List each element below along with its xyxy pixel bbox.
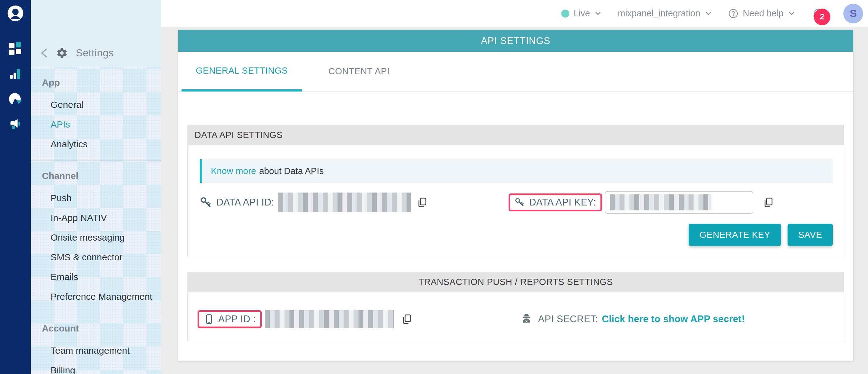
sidebar-item-general[interactable]: General [31, 95, 161, 114]
sidebar-item-push[interactable]: Push [31, 188, 161, 208]
sidebar-header: Settings [31, 0, 161, 67]
know-more-banner: Know more about Data APIs [200, 159, 833, 183]
chevron-down-icon [788, 10, 795, 17]
brand-logo-icon[interactable] [6, 4, 24, 22]
save-button[interactable]: SAVE [787, 224, 833, 246]
app-root: Settings App General APIs Analytics Chan… [0, 0, 868, 374]
content-column: Live mixpanel_integration Need help [161, 0, 868, 374]
sidebar-item-analytics[interactable]: Analytics [31, 134, 161, 154]
generate-key-button[interactable]: GENERATE KEY [689, 224, 781, 246]
sidebar-item-preference-management[interactable]: Preference Management [31, 287, 161, 307]
annotation-box-data-api-key: DATA API KEY: [508, 194, 602, 211]
left-rail [0, 0, 31, 374]
sidebar-item-apis[interactable]: APIs [31, 114, 161, 134]
data-api-row: DATA API ID: [200, 191, 833, 214]
data-api-key-label: DATA API KEY: [529, 197, 596, 208]
sidebar-item-onsite-messaging[interactable]: Onsite messaging [31, 228, 161, 247]
transaction-row: APP ID : [197, 310, 833, 328]
key-icon [515, 197, 525, 208]
environment-label: Live [574, 8, 590, 19]
data-api-settings-section: DATA API SETTINGS Know more about Data A… [187, 125, 844, 257]
gear-icon [56, 47, 68, 59]
pie-chart-icon[interactable] [8, 92, 23, 106]
api-secret-label: API SECRET: [538, 314, 598, 325]
megaphone-icon[interactable] [8, 117, 23, 131]
sidebar-section-app: App General APIs Analytics [31, 67, 161, 160]
transaction-settings-section: TRANSACTION PUSH / REPORTS SETTINGS APP … [187, 272, 844, 342]
sidebar-item-inapp-nativ[interactable]: In-App NATIV [31, 208, 161, 228]
topbar: Live mixpanel_integration Need help [161, 0, 868, 27]
project-selector[interactable]: mixpanel_integration [618, 8, 712, 19]
page-title: API SETTINGS [178, 30, 853, 52]
tab-content-api[interactable]: CONTENT API [314, 52, 404, 91]
sidebar-section-channel: Channel Push In-App NATIV Onsite messagi… [31, 160, 161, 313]
environment-selector[interactable]: Live [561, 8, 602, 19]
live-status-dot-icon [561, 9, 569, 18]
sidebar-section-account: Account Team management Billing [31, 313, 161, 374]
sidebar-item-emails[interactable]: Emails [31, 267, 161, 287]
section-label: Channel [31, 170, 161, 182]
copy-icon[interactable] [416, 197, 428, 208]
app-id-value-redacted [265, 310, 394, 328]
app-id-label: APP ID : [218, 314, 256, 325]
transaction-section-title: TRANSACTION PUSH / REPORTS SETTINGS [187, 272, 844, 292]
data-api-actions: GENERATE KEY SAVE [200, 224, 833, 246]
back-chevron-icon[interactable] [40, 48, 48, 58]
chevron-down-icon [705, 10, 712, 17]
banner-text: about Data APIs [259, 166, 324, 176]
apps-grid-icon[interactable] [8, 41, 23, 56]
api-settings-card: API SETTINGS GENERAL SETTINGS CONTENT AP… [178, 30, 853, 361]
settings-sidebar: Settings App General APIs Analytics Chan… [31, 0, 161, 374]
data-api-key-value-redacted [610, 194, 711, 210]
copy-icon[interactable] [401, 313, 413, 325]
need-help-label: Need help [743, 8, 783, 19]
data-api-key-group: DATA API KEY: [508, 191, 774, 214]
question-circle-icon [728, 8, 739, 19]
rail-nav [8, 41, 23, 131]
copy-icon[interactable] [763, 197, 774, 208]
data-api-id-value-redacted [278, 193, 411, 212]
notification-badge: 2 [814, 9, 830, 25]
key-icon [200, 196, 212, 209]
sidebar-title: Settings [76, 47, 114, 59]
sidebar-item-sms-connector[interactable]: SMS & connector [31, 247, 161, 267]
user-avatar[interactable]: S [843, 4, 863, 24]
tab-bar: GENERAL SETTINGS CONTENT API [178, 52, 853, 92]
know-more-link[interactable]: Know more [211, 166, 256, 176]
data-api-id-label: DATA API ID: [216, 197, 274, 208]
project-label: mixpanel_integration [618, 8, 700, 19]
tab-general-settings[interactable]: GENERAL SETTINGS [182, 52, 302, 92]
notifications-button[interactable]: 2 [811, 6, 825, 21]
smartphone-icon [204, 314, 215, 325]
bar-chart-icon[interactable] [8, 67, 23, 81]
data-api-section-title: DATA API SETTINGS [187, 125, 844, 145]
app-id-group: APP ID : [197, 310, 511, 328]
need-help-menu[interactable]: Need help [728, 8, 795, 19]
chevron-down-icon [594, 10, 602, 17]
data-api-id-group: DATA API ID: [200, 193, 508, 212]
sidebar-nav: App General APIs Analytics Channel Push … [31, 67, 161, 374]
show-app-secret-link[interactable]: Click here to show APP secret! [602, 314, 745, 325]
main-area: API SETTINGS GENERAL SETTINGS CONTENT AP… [161, 27, 868, 374]
section-label: App [31, 76, 161, 89]
section-label: Account [31, 322, 161, 335]
sidebar-item-billing[interactable]: Billing [31, 361, 161, 374]
annotation-box-app-id: APP ID : [197, 310, 262, 328]
sidebar-item-team-management[interactable]: Team management [31, 341, 161, 361]
data-api-key-input[interactable] [605, 191, 753, 214]
api-secret-group: API SECRET: Click here to show APP secre… [511, 312, 833, 326]
spy-icon [520, 312, 533, 326]
